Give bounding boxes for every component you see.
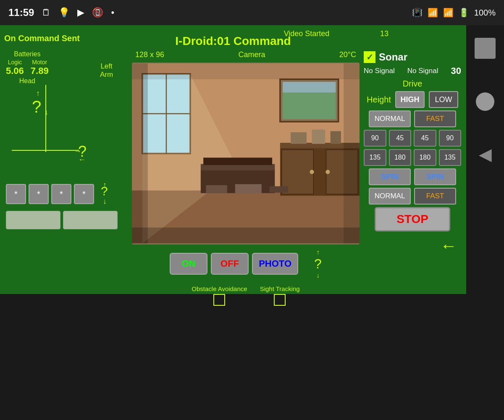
- main-content: Batteries Logic 5.06 Motor 7.89 Head: [0, 50, 466, 311]
- dot-icon: •: [111, 7, 114, 18]
- star-button-2[interactable]: *: [29, 184, 49, 204]
- angle-90-1[interactable]: 90: [364, 130, 386, 147]
- star-button-3[interactable]: *: [51, 184, 71, 204]
- camera-temperature: 20°C: [339, 50, 356, 59]
- side-controls: ◀: [466, 25, 504, 294]
- svg-rect-20: [331, 131, 341, 144]
- sight-checkbox[interactable]: [274, 294, 286, 306]
- star-buttons-row: * * * * ↑ ? ↓: [3, 182, 129, 206]
- wifi-icon: 📶: [428, 8, 438, 18]
- back-arrow-icon[interactable]: ←: [440, 236, 457, 255]
- scroll-thumb[interactable]: [475, 38, 496, 59]
- scroll-circle[interactable]: [476, 92, 494, 111]
- svg-point-17: [326, 170, 330, 174]
- spin-button-1[interactable]: SPIN: [369, 168, 411, 185]
- battery-icon: 🔋: [459, 8, 469, 18]
- left-arrow-icon: ←: [78, 155, 86, 164]
- normal-button-2[interactable]: NORMAL: [369, 188, 411, 205]
- photo-button[interactable]: PHOTO: [252, 253, 298, 275]
- speed-row: NORMAL FAST: [364, 110, 461, 127]
- camera-label: Camera: [238, 50, 265, 59]
- angle-180-2[interactable]: 180: [414, 149, 436, 166]
- svg-rect-27: [132, 63, 148, 244]
- right-down-arrow: ↓: [316, 272, 320, 279]
- svg-rect-18: [291, 132, 307, 144]
- chevron-left-icon[interactable]: ◀: [479, 144, 492, 164]
- right-panel: ✓ Sonar No Signal No Signal 30 Drive Hei…: [362, 50, 463, 307]
- signal1-text: No Signal: [364, 67, 395, 75]
- camera-buttons-row: ON OFF PHOTO ↑ ? ↓: [132, 247, 360, 281]
- spin-row: SPIN SPIN: [364, 168, 461, 185]
- top-bar: On Command Sent Video Started 13 I-Droid…: [0, 25, 466, 50]
- camera-resolution: 128 x 96: [135, 50, 164, 59]
- stop-button[interactable]: STOP: [375, 207, 450, 231]
- angle-180-1[interactable]: 180: [389, 149, 412, 166]
- camera-feed: [132, 63, 360, 244]
- status-bar: 11:59 🗒 💡 ▶ 📵 • 📳 📶 📶 🔋 100%: [0, 0, 504, 25]
- input-boxes-row: [3, 209, 129, 231]
- high-button[interactable]: HIGH: [395, 91, 425, 108]
- normal-button[interactable]: NORMAL: [369, 110, 411, 127]
- fast-button-2[interactable]: FAST: [414, 188, 456, 205]
- video-icon: ▶: [77, 7, 84, 18]
- svg-point-16: [310, 170, 314, 174]
- on-command-sent: On Command Sent: [4, 34, 80, 43]
- signal-row: No Signal No Signal 30: [364, 66, 461, 76]
- status-right: 📳 📶 📶 🔋 100%: [412, 8, 496, 18]
- fast-button[interactable]: FAST: [414, 110, 456, 127]
- right-up-arrow: ↑: [316, 249, 320, 256]
- svg-rect-24: [206, 185, 227, 193]
- obstacle-label: Obstacle Avoidance: [192, 285, 247, 292]
- angle-45-1[interactable]: 45: [389, 130, 412, 147]
- up-question-icon: ?: [32, 97, 41, 116]
- app: On Command Sent Video Started 13 I-Droid…: [0, 25, 466, 294]
- svg-rect-25: [235, 184, 262, 194]
- star-button-4[interactable]: *: [74, 184, 94, 204]
- speed-row-2: NORMAL FAST: [364, 188, 461, 205]
- svg-rect-26: [270, 186, 288, 192]
- drive-label: Drive: [364, 79, 461, 89]
- down-arrow-icon: ↓: [45, 108, 48, 117]
- vibration-icon: 📳: [412, 8, 423, 18]
- spin-button-2[interactable]: SPIN: [414, 168, 456, 185]
- batteries-label: Batteries: [14, 50, 40, 58]
- angle-135-1[interactable]: 135: [364, 149, 386, 166]
- obstacle-avoidance-item: Obstacle Avoidance: [192, 285, 247, 306]
- angle-45-2[interactable]: 45: [414, 130, 436, 147]
- input-box-2[interactable]: [63, 211, 118, 229]
- sonar-label: Sonar: [379, 51, 407, 63]
- sight-tracking-item: Sight Tracking: [260, 285, 300, 306]
- joystick-vertical-line: [45, 85, 46, 152]
- on-button[interactable]: ON: [170, 253, 207, 275]
- battery-percent: 100%: [474, 8, 496, 18]
- input-box-1[interactable]: [6, 211, 60, 229]
- camera-svg: [132, 63, 360, 244]
- angle-grid: 90 45 45 90 135 180 180 135: [364, 130, 461, 166]
- down-arrow-small: ↓: [103, 197, 107, 206]
- joystick-horizontal-line: [12, 150, 79, 151]
- signal2-text: No Signal: [407, 67, 438, 75]
- height-label: Height: [367, 95, 391, 105]
- svg-rect-28: [344, 63, 360, 244]
- phone-icon: 📵: [92, 7, 103, 18]
- left-panel: Batteries Logic 5.06 Motor 7.89 Head: [3, 50, 129, 307]
- joystick-area: ↑ ? ↓ → ? ←: [3, 85, 129, 177]
- angle-135-2[interactable]: 135: [439, 149, 462, 166]
- status-left: 11:59 🗒 💡 ▶ 📵 •: [8, 7, 412, 18]
- center-panel: 128 x 96 Camera 20°C: [132, 50, 360, 307]
- sonar-checkbox[interactable]: ✓: [364, 51, 375, 63]
- angle-90-2[interactable]: 90: [439, 130, 462, 147]
- sight-label: Sight Tracking: [260, 285, 300, 292]
- left-arm-label: Left Arm: [100, 62, 113, 79]
- low-button[interactable]: LOW: [429, 91, 458, 108]
- sonar-value: 30: [451, 66, 461, 76]
- camera-info-row: 128 x 96 Camera 20°C: [132, 50, 360, 60]
- off-button[interactable]: OFF: [211, 253, 249, 275]
- star-button-1[interactable]: *: [6, 184, 26, 204]
- svg-rect-29: [132, 63, 360, 79]
- status-time: 11:59: [8, 7, 34, 18]
- svg-rect-11: [283, 82, 336, 92]
- obstacle-checkbox[interactable]: [213, 294, 225, 306]
- svg-rect-19: [312, 130, 326, 144]
- obstacle-sight-row: Obstacle Avoidance Sight Tracking: [132, 284, 360, 307]
